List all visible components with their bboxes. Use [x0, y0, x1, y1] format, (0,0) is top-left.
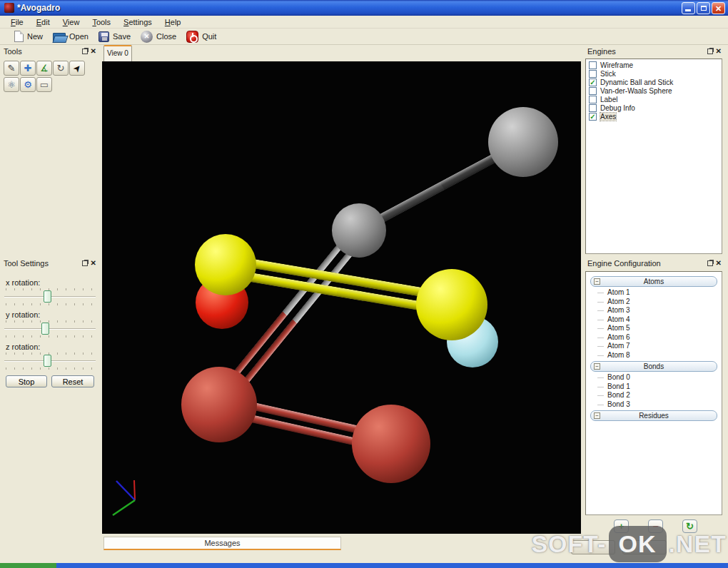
- close-icon: ✕: [712, 3, 724, 14]
- section-header-bonds[interactable]: −Bonds: [590, 361, 717, 372]
- unchecked-checkbox-icon[interactable]: [589, 61, 597, 69]
- rotation-slider[interactable]: [4, 320, 96, 338]
- tree-item[interactable]: Atom 6: [586, 333, 722, 343]
- engine-label[interactable]: Wireframe: [600, 61, 633, 69]
- close-file-button[interactable]: ✕ Close: [141, 31, 176, 43]
- menubar: FileEditViewToolsSettingsHelp: [0, 16, 728, 29]
- tool-settings-dock: Tool Settings ✕ x rotation:y rotation:z …: [0, 257, 100, 560]
- atom-darkred-right: [352, 405, 430, 483]
- rotation-slider[interactable]: [4, 353, 96, 370]
- engine-row[interactable]: Debug Info: [586, 103, 722, 112]
- autorotate-tool-button[interactable]: ⚛: [4, 77, 19, 92]
- tree-item[interactable]: Bond 1: [586, 382, 722, 392]
- save-button[interactable]: Save: [98, 31, 131, 42]
- engine-label[interactable]: Axes: [600, 113, 616, 121]
- engine-row[interactable]: Van-der-Waals Sphere: [586, 86, 722, 95]
- navigate-tool-button[interactable]: ✚: [20, 61, 36, 76]
- reset-button[interactable]: Reset: [51, 375, 94, 387]
- draw-tool-button[interactable]: ✎: [4, 61, 19, 76]
- dock-close-icon[interactable]: ✕: [91, 48, 96, 55]
- tree-item[interactable]: Atom 5: [586, 324, 722, 333]
- collapse-icon[interactable]: −: [594, 278, 600, 285]
- engine-row[interactable]: Wireframe: [586, 61, 722, 69]
- axes-indicator: [109, 474, 149, 521]
- rotation-slider[interactable]: [4, 288, 96, 305]
- dock-close-icon[interactable]: ✕: [91, 260, 96, 267]
- quit-power-icon: [186, 31, 198, 43]
- unchecked-checkbox-icon[interactable]: [589, 96, 597, 103]
- tree-item[interactable]: Atom 4: [586, 315, 722, 325]
- tree-item[interactable]: Bond 2: [586, 391, 722, 400]
- application-window: *Avogadro ✕ FileEditViewToolsSettingsHel…: [0, 0, 728, 568]
- close-button[interactable]: ✕: [712, 2, 725, 14]
- checked-checkbox-icon[interactable]: ✓: [589, 113, 597, 121]
- engine-row[interactable]: ✓Dynamic Ball and Stick: [586, 78, 722, 86]
- menu-item-edit[interactable]: Edit: [30, 17, 56, 27]
- dock-float-icon[interactable]: [82, 260, 88, 266]
- tree-item[interactable]: Bond 0: [586, 373, 722, 382]
- rotate-tool-icon: ↻: [57, 62, 65, 75]
- save-floppy-icon: [98, 31, 109, 42]
- engine-label[interactable]: Debug Info: [600, 104, 635, 112]
- dock-close-icon[interactable]: ✕: [716, 260, 722, 267]
- select-tool-button[interactable]: ➤: [69, 61, 85, 76]
- tree-item[interactable]: Atom 2: [586, 298, 722, 307]
- menu-item-help[interactable]: Help: [158, 17, 188, 27]
- stop-button[interactable]: Stop: [6, 375, 47, 387]
- rotate-tool-button[interactable]: ↻: [53, 61, 69, 76]
- engines-list: WireframeStick✓Dynamic Ball and StickVan…: [585, 59, 722, 254]
- align-tool-button[interactable]: ▭: [36, 77, 52, 92]
- quit-button[interactable]: Quit: [186, 31, 216, 43]
- unchecked-checkbox-icon[interactable]: [589, 87, 597, 95]
- slider-handle[interactable]: [44, 355, 51, 367]
- engine-label[interactable]: Stick: [600, 70, 616, 78]
- tree-item[interactable]: Atom 7: [586, 342, 722, 351]
- menu-item-view[interactable]: View: [56, 17, 86, 27]
- section-label: Residues: [639, 412, 669, 420]
- collapse-icon[interactable]: −: [594, 363, 600, 370]
- engine-label[interactable]: Van-der-Waals Sphere: [600, 87, 672, 95]
- engine-row[interactable]: ✓Axes: [586, 112, 722, 121]
- restore-button[interactable]: [697, 2, 710, 14]
- collapse-icon[interactable]: −: [594, 412, 600, 419]
- slider-handle[interactable]: [41, 323, 49, 335]
- section-header-atoms[interactable]: −Atoms: [590, 276, 717, 287]
- tree-item[interactable]: Atom 1: [586, 288, 722, 298]
- unchecked-checkbox-icon[interactable]: [589, 104, 597, 112]
- dock-close-icon[interactable]: ✕: [716, 48, 722, 55]
- draw-tool-icon: ✎: [8, 62, 16, 75]
- engine-label[interactable]: Label: [600, 96, 617, 103]
- measure-tool-button[interactable]: ∡: [36, 61, 52, 76]
- dock-float-icon[interactable]: [707, 260, 713, 266]
- engine-configuration-dock-title: Engine Configuration: [587, 259, 661, 268]
- menu-item-tools[interactable]: Tools: [86, 17, 117, 27]
- autooptimize-tool-button[interactable]: ⚙: [20, 77, 36, 92]
- engine-row[interactable]: Label: [586, 95, 722, 103]
- engine-label[interactable]: Dynamic Ball and Stick: [600, 78, 673, 86]
- watermark-left: SOFT-: [531, 530, 606, 558]
- dock-float-icon[interactable]: [707, 49, 713, 54]
- tree-item[interactable]: Atom 8: [586, 351, 722, 360]
- watermark-ok-badge: OK: [609, 526, 667, 562]
- viewport-3d[interactable]: [102, 61, 581, 534]
- select-tool-icon: ➤: [70, 61, 85, 76]
- checked-checkbox-icon[interactable]: ✓: [589, 78, 597, 86]
- dock-float-icon[interactable]: [82, 49, 88, 54]
- slider-ticks: [6, 303, 94, 305]
- new-button[interactable]: New: [14, 31, 43, 42]
- messages-bar[interactable]: Messages: [103, 537, 341, 550]
- minimize-button[interactable]: [682, 2, 695, 14]
- tree-item[interactable]: Atom 3: [586, 306, 722, 315]
- slider-track[interactable]: [4, 328, 96, 330]
- tree-item[interactable]: Bond 3: [586, 400, 722, 410]
- view-tab[interactable]: View 0: [103, 45, 132, 61]
- menu-item-settings[interactable]: Settings: [117, 17, 158, 27]
- unchecked-checkbox-icon[interactable]: [589, 70, 597, 78]
- section-header-residues[interactable]: −Residues: [590, 410, 717, 421]
- open-button[interactable]: Open: [53, 31, 89, 41]
- slider-handle[interactable]: [44, 290, 51, 303]
- section-label: Atoms: [644, 278, 664, 285]
- menu-item-file[interactable]: File: [4, 17, 30, 27]
- engine-row[interactable]: Stick: [586, 69, 722, 78]
- new-button-label: New: [27, 32, 43, 41]
